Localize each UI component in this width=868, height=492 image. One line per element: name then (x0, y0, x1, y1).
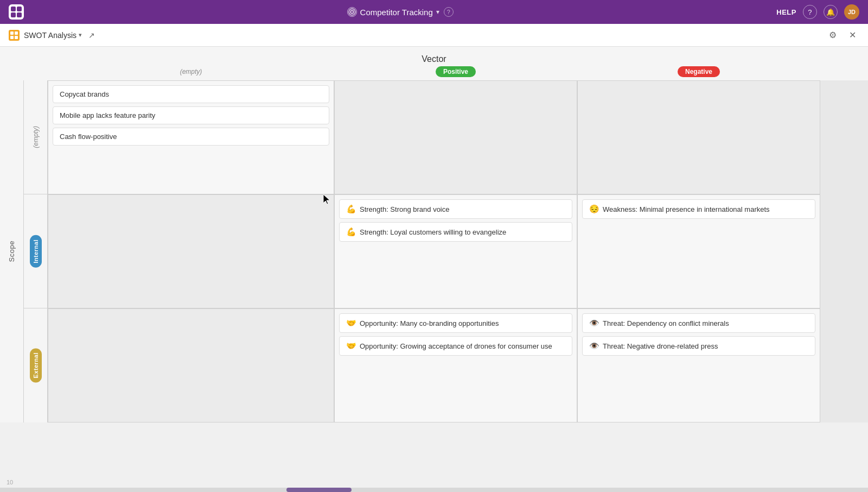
settings-button[interactable]: ⚙ (826, 28, 840, 42)
svg-rect-2 (11, 12, 16, 17)
app-logo (9, 4, 24, 20)
col-header-empty: (empty) (48, 66, 334, 77)
cell-row1-negative[interactable] (577, 80, 820, 194)
weakness-intl-text: Weakness: Minimal presence in internatio… (603, 205, 770, 213)
app-logo-icon (10, 6, 22, 18)
card-threat-conflict[interactable]: 👁️ Threat: Dependency on conflict minera… (582, 313, 815, 333)
main-grid-area: Vector (empty) Positive Negative Scope (0, 47, 868, 492)
col-headers-row: (empty) Positive Negative (0, 66, 868, 80)
col-header-empty-spacer (0, 66, 48, 77)
target-icon (348, 8, 356, 16)
scope-label: Scope (8, 241, 16, 262)
page-number: 10 (7, 479, 13, 485)
negative-badge: Negative (678, 66, 720, 77)
opp-drones-emoji: 🤝 (346, 341, 356, 351)
topbar-center: Competitor Tracking ▾ ? (347, 7, 454, 17)
card-copycat-text: Copycat brands (60, 90, 109, 98)
bell-icon[interactable]: 🔔 (824, 5, 838, 19)
close-symbol: ✕ (849, 30, 856, 40)
swot-grid: Scope (empty) Copycat brands Mobile app … (0, 80, 868, 422)
topbar-title: Competitor Tracking ▾ (347, 7, 439, 17)
card-cash-flow[interactable]: Cash flow-positive (53, 128, 329, 146)
scrollbar-thumb[interactable] (286, 488, 352, 492)
swot-analysis-icon (9, 30, 20, 41)
weakness-intl-emoji: 😔 (589, 204, 599, 214)
card-strength-brand[interactable]: 💪 Strength: Strong brand voice (339, 199, 572, 219)
svg-point-7 (352, 11, 353, 12)
swot-title-chevron[interactable]: ▾ (79, 31, 82, 39)
competitor-tracking-icon (347, 7, 357, 17)
secondbar-title: SWOT Analysis ▾ (24, 31, 82, 40)
secondbar: SWOT Analysis ▾ ↗ ⚙ ✕ (0, 24, 868, 47)
card-mobile-app[interactable]: Mobile app lacks feature parity (53, 106, 329, 124)
cell-internal-empty[interactable] (48, 194, 334, 308)
topbar: Competitor Tracking ▾ ? HELP ? 🔔 JD (0, 0, 868, 24)
page-container: Competitor Tracking ▾ ? HELP ? 🔔 JD (0, 0, 868, 492)
close-button[interactable]: ✕ (845, 28, 859, 42)
avatar[interactable]: JD (844, 4, 859, 20)
scrollbar-track[interactable] (0, 488, 868, 492)
opp-cobranding-emoji: 🤝 (346, 318, 356, 328)
card-opp-cobranding[interactable]: 🤝 Opportunity: Many co-branding opportun… (339, 313, 572, 333)
vector-heading: Vector (422, 47, 446, 68)
card-threat-press[interactable]: 👁️ Threat: Negative drone-related press (582, 336, 815, 356)
help-label[interactable]: HELP (776, 8, 796, 16)
col-header-negative: Negative (577, 66, 820, 77)
bell-symbol: 🔔 (826, 8, 835, 16)
vector-heading-row: Vector (0, 47, 868, 66)
cell-empty-positive: Copycat brands Mobile app lacks feature … (48, 80, 334, 194)
row1-empty-label-cell: (empty) (24, 80, 48, 194)
svg-rect-0 (11, 7, 16, 11)
card-cash-text: Cash flow-positive (60, 133, 117, 141)
strength-brand-emoji: 💪 (346, 204, 356, 214)
help-question-mark: ? (808, 8, 812, 16)
card-weakness-intl[interactable]: 😔 Weakness: Minimal presence in internat… (582, 199, 815, 219)
scope-label-cell: Scope (0, 80, 24, 422)
strength-brand-text: Strength: Strong brand voice (360, 205, 450, 213)
swot-icon-cell-1 (10, 31, 14, 35)
secondbar-left: SWOT Analysis ▾ ↗ (9, 30, 95, 41)
info-icon[interactable]: ? (444, 7, 454, 17)
opp-cobranding-text: Opportunity: Many co-branding opportunit… (360, 319, 499, 327)
cell-internal-negative: 😔 Weakness: Minimal presence in internat… (577, 194, 820, 308)
topbar-right: HELP ? 🔔 JD (776, 4, 859, 20)
row1-empty-label: (empty) (32, 126, 40, 148)
external-badge: External (30, 348, 42, 382)
positive-badge: Positive (436, 66, 476, 77)
cell-external-empty[interactable] (48, 308, 334, 422)
col-header-positive: Positive (334, 66, 577, 77)
card-copycat-brands[interactable]: Copycat brands (53, 85, 329, 103)
cell-row1-positive[interactable] (334, 80, 577, 194)
internal-badge: Internal (30, 235, 42, 268)
help-icon[interactable]: ? (803, 5, 817, 19)
swot-icon-cell-3 (10, 36, 14, 39)
topbar-left (9, 4, 24, 20)
swot-title-text: SWOT Analysis (24, 31, 76, 40)
swot-icon-cell-4 (15, 36, 18, 39)
secondbar-right: ⚙ ✕ (826, 28, 859, 42)
info-symbol: ? (447, 9, 450, 15)
external-link-icon[interactable]: ↗ (88, 31, 95, 40)
internal-label-cell: Internal (24, 194, 48, 308)
svg-rect-3 (17, 12, 22, 17)
svg-rect-1 (17, 7, 22, 11)
card-opp-drones[interactable]: 🤝 Opportunity: Growing acceptance of dro… (339, 336, 572, 356)
opp-drones-text: Opportunity: Growing acceptance of drone… (360, 342, 552, 350)
topbar-title-text: Competitor Tracking (360, 8, 433, 17)
cell-external-positive: 🤝 Opportunity: Many co-branding opportun… (334, 308, 577, 422)
threat-press-text: Threat: Negative drone-related press (603, 342, 718, 350)
external-label-cell: External (24, 308, 48, 422)
gear-symbol: ⚙ (829, 30, 837, 40)
threat-press-emoji: 👁️ (589, 341, 599, 351)
threat-conflict-emoji: 👁️ (589, 318, 599, 328)
cell-external-negative: 👁️ Threat: Dependency on conflict minera… (577, 308, 820, 422)
swot-icon-cell-2 (15, 31, 18, 35)
strength-loyal-text: Strength: Loyal customers willing to eva… (360, 228, 506, 236)
topbar-chevron[interactable]: ▾ (436, 8, 439, 16)
cell-internal-positive: 💪 Strength: Strong brand voice 💪 Strengt… (334, 194, 577, 308)
threat-conflict-text: Threat: Dependency on conflict minerals (603, 319, 729, 327)
strength-loyal-emoji: 💪 (346, 227, 356, 237)
avatar-initials: JD (848, 9, 856, 15)
card-strength-loyal[interactable]: 💪 Strength: Loyal customers willing to e… (339, 222, 572, 242)
card-mobile-text: Mobile app lacks feature parity (60, 111, 155, 119)
